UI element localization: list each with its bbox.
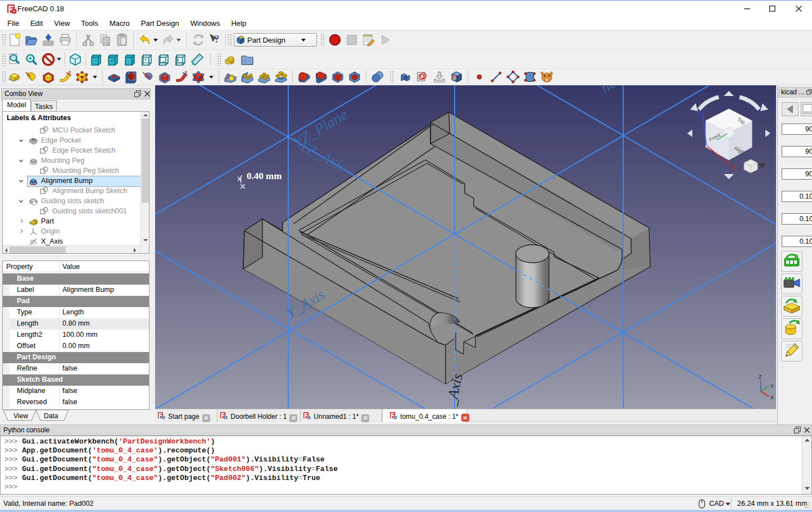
svg-text:Y: Y <box>770 383 774 389</box>
svg-text:X: X <box>770 395 774 400</box>
svg-text:X: X <box>732 164 736 171</box>
svg-text:0.40 mm: 0.40 mm <box>247 171 282 181</box>
svg-text:Z: Z <box>759 374 762 380</box>
svg-text:z: z <box>698 109 701 116</box>
